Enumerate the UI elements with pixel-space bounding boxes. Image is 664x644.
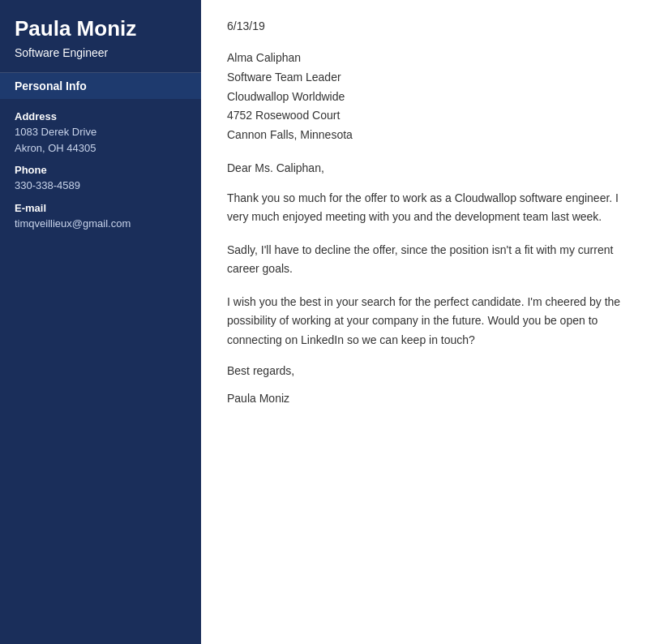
address-line2: Akron, OH 44305 bbox=[15, 140, 186, 157]
personal-info-heading: Personal Info bbox=[0, 73, 201, 99]
candidate-name: Paula Moniz bbox=[15, 16, 186, 41]
paragraph3: I wish you the best in your search for t… bbox=[227, 293, 638, 349]
recipient-company: Cloudwallop Worldwide bbox=[227, 88, 638, 107]
recipient-address1: 4752 Rosewood Court bbox=[227, 106, 638, 126]
letter-date: 6/13/19 bbox=[227, 19, 638, 32]
paragraph1: Thank you so much for the offer to work … bbox=[227, 189, 638, 226]
email-label: E-mail bbox=[15, 202, 186, 214]
letter-content: 6/13/19 Alma Caliphan Software Team Lead… bbox=[201, 0, 664, 644]
sidebar: Paula Moniz Software Engineer Personal I… bbox=[0, 0, 201, 644]
sidebar-header: Paula Moniz Software Engineer bbox=[0, 0, 201, 73]
closing: Best regards, bbox=[227, 364, 638, 377]
sidebar-info: Address 1083 Derek Drive Akron, OH 44305… bbox=[0, 99, 201, 243]
address-label: Address bbox=[15, 110, 186, 122]
address-line1: 1083 Derek Drive bbox=[15, 124, 186, 140]
salutation: Dear Ms. Caliphan, bbox=[227, 161, 638, 174]
recipient-title: Software Team Leader bbox=[227, 68, 638, 88]
recipient-block: Alma Caliphan Software Team Leader Cloud… bbox=[227, 49, 638, 145]
page: Paula Moniz Software Engineer Personal I… bbox=[0, 0, 664, 644]
recipient-address2: Cannon Falls, Minnesota bbox=[227, 126, 638, 145]
paragraph2: Sadly, I'll have to decline the offer, s… bbox=[227, 241, 638, 278]
phone-label: Phone bbox=[15, 164, 186, 176]
phone-value: 330-338-4589 bbox=[15, 178, 186, 194]
candidate-job-title: Software Engineer bbox=[15, 46, 186, 59]
email-value: timqveillieux@gmail.com bbox=[15, 216, 186, 232]
recipient-name: Alma Caliphan bbox=[227, 49, 638, 68]
signature: Paula Moniz bbox=[227, 392, 638, 405]
